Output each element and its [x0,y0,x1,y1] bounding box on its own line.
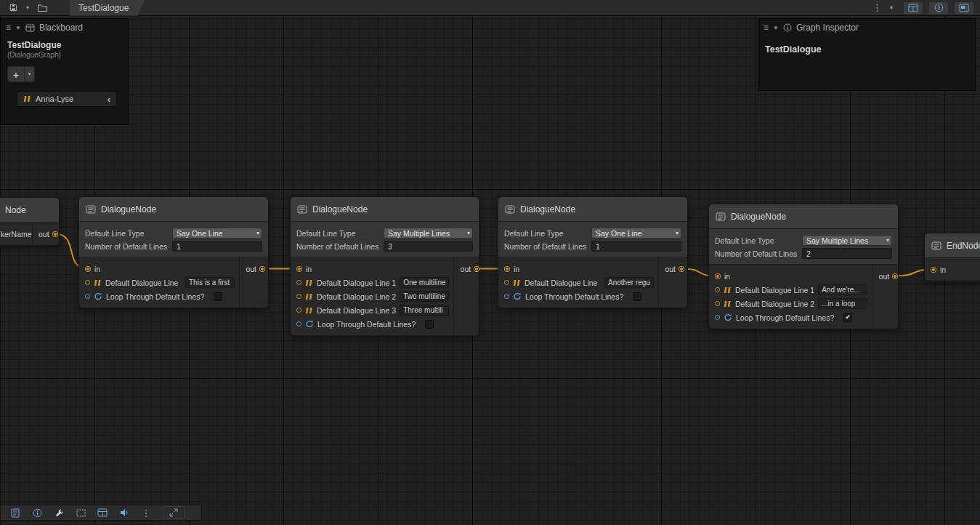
line-type-dropdown[interactable]: Say One Line [591,228,681,239]
save-caret-button[interactable]: ▾ [21,1,34,15]
number-field[interactable]: 1 [591,241,681,252]
node-title-bar[interactable]: DialogueNode [79,197,268,222]
port-row-loop: Loop Through Default Lines? [498,289,658,303]
bool-port-icon[interactable] [85,294,90,299]
blackboard-button[interactable] [92,505,113,520]
loop-checkbox[interactable] [633,292,641,301]
graph-tab[interactable]: TestDialogue [70,0,145,16]
port-row-line2: Default Dialogue Line 2...in a loop [709,297,872,310]
add-property-caret-button[interactable]: ▾ [25,66,35,82]
flow-port-icon[interactable] [715,273,721,279]
flow-port-icon[interactable] [259,266,265,272]
blackboard-graph-name: TestDialogue [7,40,121,50]
wrench-button[interactable] [48,505,70,520]
graph-inspector-header[interactable]: ≡ ▼ Graph Inspector [758,19,975,36]
inspector-button[interactable] [26,505,48,520]
string-port-icon[interactable] [296,280,301,285]
loop-checkbox[interactable] [425,320,434,329]
line-type-dropdown[interactable]: Say Multiple Lines [802,235,892,246]
string-port-icon[interactable] [715,301,720,306]
dialogue-node-4[interactable]: DialogueNodeDefault Line TypeSay Multipl… [708,204,899,329]
node-title-bar[interactable]: DialogueNode [498,197,687,222]
number-field[interactable]: 2 [802,248,892,259]
graph-inspector-panel[interactable]: ≡ ▼ Graph Inspector TestDialogue [758,18,976,91]
port-row-line: Default Dialogue LineThis is a first [79,276,239,289]
line-type-dropdown[interactable]: Say One Line [172,228,262,239]
flow-port-icon[interactable] [474,266,479,272]
port-row: kerName [0,227,32,241]
dialogue-node-3[interactable]: DialogueNodeDefault Line TypeSay One Lin… [498,196,688,308]
fullscreen-button[interactable] [163,506,185,519]
dialogue-node-2[interactable]: DialogueNodeDefault Line TypeSay Multipl… [290,196,479,336]
toggle-blackboard-button[interactable] [903,1,923,15]
port-row-in: in [709,269,872,283]
audio-button[interactable] [113,505,135,520]
flow-port-icon[interactable] [504,266,510,272]
node-title-bar[interactable]: DialogueNode [291,197,479,222]
blackboard-panel[interactable]: ≡ ▼ Blackboard TestDialogue (DialogueGra… [0,18,129,125]
node-title-bar[interactable]: Node [0,198,59,223]
port-row-loop: Loop Through Default Lines? [291,317,453,331]
graph-tab-label: TestDialogue [78,3,129,13]
overflow-menu-button[interactable]: ⋮ [870,1,885,15]
hamburger-icon[interactable]: ≡ [764,23,769,33]
loop-checkbox[interactable]: ✔ [843,313,852,322]
node-title-bar[interactable]: EndNode [925,233,980,258]
blackboard-header[interactable]: ≡ ▼ Blackboard [1,19,128,36]
number-field[interactable]: 3 [384,241,473,252]
flow-port-icon[interactable] [52,231,58,237]
bool-port-icon[interactable] [296,321,301,326]
open-folder-button[interactable] [34,1,51,15]
dialogue-line-field[interactable]: And we're... [818,284,867,295]
flow-port-icon[interactable] [892,273,898,279]
port-label: Loop Through Default Lines? [525,292,623,301]
quote-icon [94,279,102,286]
flow-port-icon[interactable] [679,266,684,272]
console-button[interactable] [4,505,26,520]
save-button[interactable] [6,1,21,15]
expand-chevron-icon[interactable]: ‹ [108,95,110,104]
port-label: Default Dialogue Line 2 [735,300,814,308]
string-port-icon[interactable] [296,294,301,299]
dialogue-line-field[interactable]: ...in a loop [818,298,867,309]
dialogue-node-1[interactable]: DialogueNodeDefault Line TypeSay One Lin… [78,196,269,308]
dialogue-line-field[interactable]: One multiline [400,277,449,288]
dialogue-line-field[interactable]: This is a first [185,277,235,288]
string-port-icon[interactable] [296,308,301,313]
string-port-icon[interactable] [504,280,509,285]
port-label: Default Dialogue Line 3 [317,306,396,315]
collapse-caret-icon[interactable]: ▼ [15,25,21,31]
more-button[interactable]: ⋮ [135,505,157,520]
hamburger-icon[interactable]: ≡ [6,23,11,33]
string-port-icon[interactable] [85,280,90,285]
number-field[interactable]: 1 [172,241,262,252]
port-row-line1: Default Dialogue Line 1One multiline [291,276,453,289]
blackboard-property-anna-lyse[interactable]: Anna-Lyse ‹ [17,91,117,107]
blackboard-title: Blackboard [39,23,83,33]
toggle-inspector-button[interactable] [928,1,949,15]
loop-checkbox[interactable] [214,292,222,301]
dialogue-line-field[interactable]: Three multili [400,305,449,316]
port-row-line2: Default Dialogue Line 2Two multiline [291,289,453,303]
wrench-icon [54,508,64,518]
bool-port-icon[interactable] [504,294,509,299]
line-type-dropdown[interactable]: Say Multiple Lines [384,228,473,239]
port-label: in [724,272,730,281]
end-node[interactable]: EndNodein [924,233,980,281]
node-properties: Default Line TypeSay Multiple LinesNumbe… [709,229,898,265]
frame-button[interactable] [70,505,92,520]
flow-port-icon[interactable] [931,267,936,273]
add-property-button[interactable]: + [7,66,25,82]
toggle-minimap-button[interactable] [954,1,974,15]
bool-port-icon[interactable] [715,315,720,320]
dialogue-line-field[interactable]: Another regu [604,277,654,288]
collapse-caret-icon[interactable]: ▼ [773,25,779,31]
quote-icon [305,279,313,286]
flow-port-icon[interactable] [296,266,302,272]
string-port-icon[interactable] [715,287,720,292]
node-title-bar[interactable]: DialogueNode [709,204,898,229]
overflow-caret-button[interactable]: ▾ [885,1,898,15]
dialogue-line-field[interactable]: Two multiline [400,291,449,302]
flow-port-icon[interactable] [85,266,91,272]
speaker-node-partial[interactable]: NodekerNameout [0,197,60,246]
